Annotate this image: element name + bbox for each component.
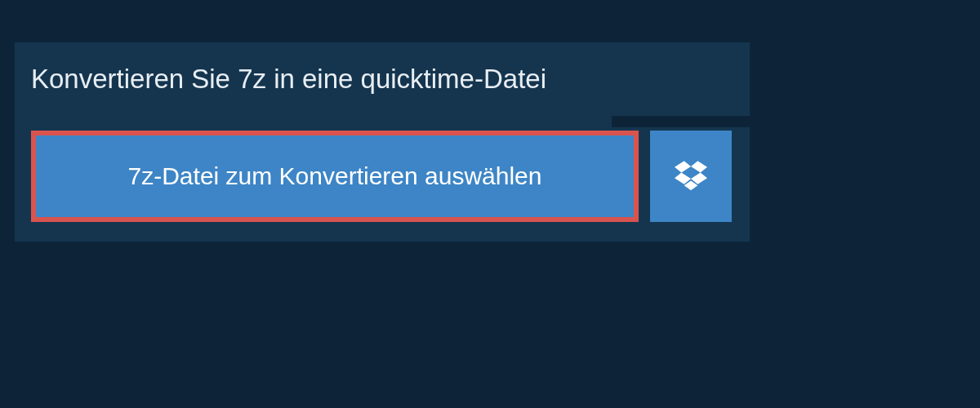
select-file-label: 7z-Datei zum Konvertieren auswählen <box>128 162 542 190</box>
dropbox-icon <box>675 158 707 194</box>
heading-bar: Konvertieren Sie 7z in eine quicktime-Da… <box>15 42 750 116</box>
button-row: 7z-Datei zum Konvertieren auswählen <box>15 116 750 242</box>
dropbox-button[interactable] <box>650 131 732 222</box>
select-file-button[interactable]: 7z-Datei zum Konvertieren auswählen <box>31 131 639 222</box>
converter-panel: Konvertieren Sie 7z in eine quicktime-Da… <box>15 42 750 242</box>
notch-decoration <box>612 116 751 127</box>
page-title: Konvertieren Sie 7z in eine quicktime-Da… <box>31 64 546 95</box>
